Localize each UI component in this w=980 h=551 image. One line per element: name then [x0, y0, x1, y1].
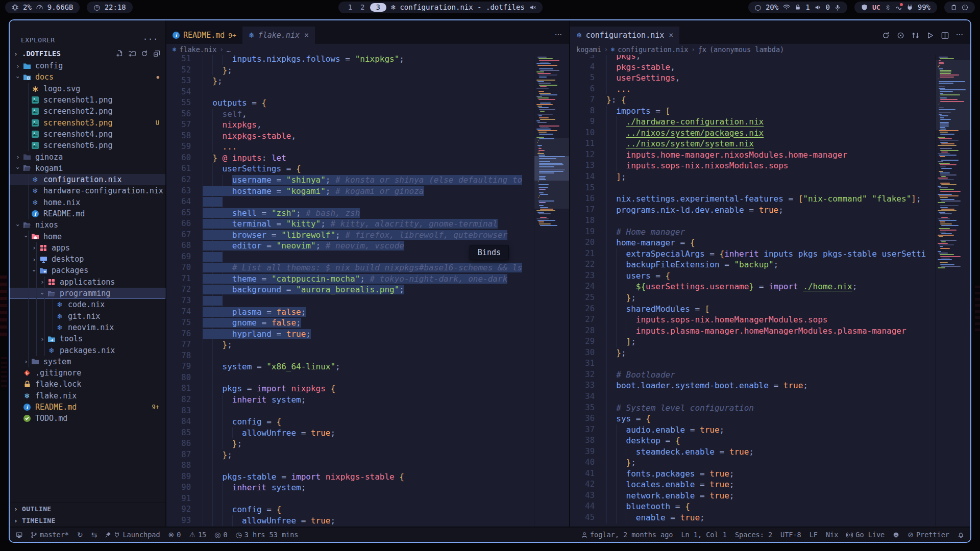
chevron-down-icon[interactable]: ›	[39, 289, 46, 297]
minimap-slider[interactable]	[936, 60, 970, 131]
tree-item-kogami[interactable]: ›kogami	[10, 163, 165, 174]
minimap-right[interactable]	[935, 55, 970, 527]
status-git-branch[interactable]: master*	[31, 531, 69, 539]
code-editor-left[interactable]: 51 inputs.nixpkgs.follows = "nixpkgs";52…	[166, 55, 569, 527]
clipboard-icon[interactable]	[951, 4, 957, 11]
workspace-switcher[interactable]: 123	[345, 3, 386, 12]
chevron-right-icon[interactable]: ›	[14, 62, 22, 70]
chevron-right-icon[interactable]: ›	[14, 153, 22, 161]
tree-item-screenshot1-png[interactable]: screenshot1.png	[10, 94, 165, 106]
mute-icon[interactable]	[529, 4, 536, 11]
breadcrumbs-left[interactable]: ❄ flake.nix › …	[166, 44, 569, 55]
sync-icon[interactable]	[882, 32, 890, 39]
tree-item-packages[interactable]: ›packages	[10, 265, 165, 276]
run-icon[interactable]	[926, 32, 934, 39]
chevron-right-icon[interactable]: ›	[38, 278, 46, 286]
status-notifications[interactable]	[958, 532, 964, 538]
breadcrumb-file[interactable]: configuration.nix	[618, 45, 688, 54]
power-icon[interactable]	[962, 4, 968, 11]
timeline-section[interactable]: › TIMELINE	[10, 515, 165, 527]
status-indentation[interactable]: Spaces: 2	[735, 531, 772, 539]
more-actions-icon[interactable]: ···	[555, 31, 562, 40]
shield-tray-icon[interactable]	[861, 4, 868, 11]
breadcrumb-folder[interactable]: kogami	[576, 45, 601, 54]
tree-item-readme-md[interactable]: iREADME.md	[10, 208, 165, 219]
tree-item-flake-nix[interactable]: ❄flake.nix	[10, 390, 165, 402]
breadcrumbs-right[interactable]: kogami › ❄ configuration.nix › ƒx (anony…	[570, 44, 970, 55]
minimap-left[interactable]	[534, 55, 569, 527]
chevron-right-icon[interactable]: ›	[30, 256, 38, 263]
chevron-right-icon[interactable]: ›	[38, 335, 46, 343]
workspace-1[interactable]: 1	[345, 3, 355, 11]
tree-item--gitignore[interactable]: .gitignore	[10, 367, 165, 379]
breadcrumb-symbol[interactable]: …	[227, 45, 231, 54]
explorer-root-row[interactable]: › .DOTFILES	[10, 47, 165, 60]
tab-readme-md[interactable]: iREADME.md9+	[166, 27, 242, 44]
tree-item-code-nix[interactable]: ❄code.nix	[10, 299, 165, 310]
tree-item-hardware-configuration-nix[interactable]: ❄hardware-configuration.nix	[10, 185, 165, 196]
tab-flake-nix[interactable]: ❄flake.nix×	[242, 27, 315, 44]
status-go-live[interactable]: Go Live	[846, 531, 885, 539]
status-warnings[interactable]: ⚠15	[189, 531, 206, 539]
outline-section[interactable]: › OUTLINE	[10, 503, 165, 515]
tree-item-home-nix[interactable]: ❄home.nix	[10, 197, 165, 208]
chevron-down-icon[interactable]: ›	[31, 266, 38, 274]
collapse-folders-icon[interactable]	[153, 50, 160, 57]
close-icon[interactable]: ×	[669, 31, 673, 40]
chevron-right-icon[interactable]: ›	[30, 244, 38, 252]
chevron-down-icon[interactable]: ›	[14, 73, 22, 81]
chevron-down-icon[interactable]: ›	[14, 221, 22, 229]
close-icon[interactable]: ×	[304, 31, 309, 40]
tree-item-desktop[interactable]: ›desktop	[10, 254, 165, 265]
explorer-more-actions-icon[interactable]: ···	[143, 35, 158, 44]
status-extension-status[interactable]	[893, 532, 899, 538]
status-language-mode[interactable]: Nix	[826, 531, 838, 539]
status-compare-changes[interactable]: ⇆	[91, 531, 97, 539]
status-encoding[interactable]: UTF-8	[780, 531, 801, 539]
tree-item-packages-nix[interactable]: ❄packages.nix	[10, 344, 165, 356]
tree-item-configuration-nix[interactable]: ❄configuration.nix	[10, 174, 165, 185]
code-editor-right[interactable]: 3 pkgs,4 pkgs-stable,5 userSettings,6 ..…	[570, 55, 970, 527]
breadcrumb-symbol[interactable]: (anonymous lambda)	[709, 45, 784, 54]
notification-tray-icon[interactable]	[895, 4, 902, 11]
tree-item-system[interactable]: ›system	[10, 356, 165, 367]
status-cursor-position[interactable]: Ln 1, Col 1	[681, 531, 726, 539]
status-sync-changes[interactable]: ↻	[77, 531, 83, 539]
refresh-explorer-icon[interactable]	[141, 50, 148, 57]
more-actions-icon[interactable]: ···	[956, 31, 963, 40]
tree-item-neovim-nix[interactable]: ❄neovim.nix	[10, 322, 165, 333]
workspace-2[interactable]: 2	[357, 3, 368, 11]
speaker-icon[interactable]	[815, 4, 821, 11]
workspace-3-active[interactable]: 3	[370, 3, 386, 12]
tree-item-docs[interactable]: ›docs●	[10, 71, 165, 83]
status-errors[interactable]: ⊗0	[168, 531, 181, 539]
tree-item-screenshot4-png[interactable]: screenshot4.png	[10, 129, 165, 140]
status-eol[interactable]: LF	[810, 531, 818, 539]
tree-item-nixos[interactable]: ›nixos	[10, 219, 165, 231]
chevron-down-icon[interactable]: ›	[22, 233, 30, 241]
tree-item-config[interactable]: ›config	[10, 60, 165, 71]
status-ports[interactable]: ◎0	[214, 531, 227, 539]
bluetooth-icon[interactable]	[885, 4, 891, 11]
status-launchpad[interactable]: Launchpad	[105, 531, 160, 539]
wifi-icon[interactable]	[783, 4, 790, 11]
status-wakatime[interactable]: ◷3 hrs 53 mins	[236, 531, 299, 539]
open-changes-icon[interactable]	[897, 32, 904, 39]
chevron-right-icon[interactable]: ›	[22, 358, 30, 365]
tree-item-programming[interactable]: ›programming	[10, 288, 165, 299]
tree-item-screenshot2-png[interactable]: screenshot2.png	[10, 106, 165, 117]
tree-item-screenshot6-png[interactable]: screenshot6.png	[10, 140, 165, 151]
tree-item-flake-lock[interactable]: flake.lock	[10, 379, 165, 390]
split-editor-icon[interactable]	[941, 32, 949, 39]
tree-item-apps[interactable]: ›apps	[10, 242, 165, 254]
tree-item-logo-svg[interactable]: ∗logo.svg	[10, 83, 165, 94]
microphone-icon[interactable]	[835, 4, 841, 11]
tree-item-readme-md[interactable]: iREADME.md9+	[10, 402, 165, 413]
status-remote-window[interactable]	[16, 532, 22, 538]
status-git-blame[interactable]: foglar, 2 months ago	[581, 531, 673, 539]
tree-item-screenshot3-png[interactable]: screenshot3.pngU	[10, 117, 165, 128]
tree-item-ginoza[interactable]: ›ginoza	[10, 151, 165, 162]
tree-item-applications[interactable]: ›applications	[10, 277, 165, 288]
chevron-down-icon[interactable]: ›	[14, 164, 22, 172]
tree-item-home[interactable]: ›home	[10, 231, 165, 242]
